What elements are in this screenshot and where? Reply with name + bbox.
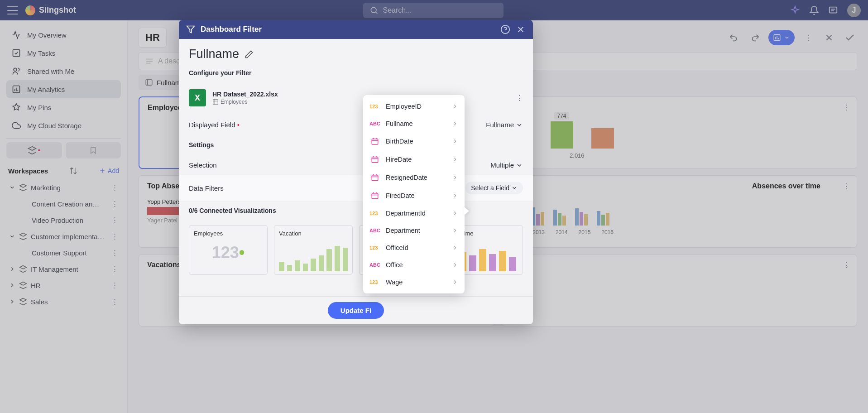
viz-cards: Employees 123• Vacation T over time — [189, 225, 523, 275]
update-filter-button[interactable]: Update Fi — [328, 302, 384, 319]
excel-icon: X — [189, 89, 206, 106]
help-icon[interactable] — [500, 24, 510, 34]
table-icon — [212, 99, 219, 105]
type-number-icon: 123 — [369, 279, 380, 285]
chevron-right-icon — [452, 227, 458, 234]
viz-card-employees[interactable]: Employees 123• — [189, 225, 268, 275]
selection-value[interactable]: Multiple — [490, 161, 523, 169]
settings-label: Settings — [189, 135, 523, 155]
field-option-hiredate[interactable]: HireDate — [363, 150, 465, 168]
svg-rect-50 — [372, 193, 378, 199]
chevron-right-icon — [452, 120, 458, 127]
chevron-down-icon — [516, 162, 523, 169]
svg-rect-38 — [372, 139, 378, 144]
modal-body: Fullname Configure your Filter X HR Data… — [179, 39, 533, 296]
datasource-more-icon[interactable]: ⋮ — [516, 94, 523, 102]
field-option-fireddate[interactable]: FiredDate — [363, 187, 465, 205]
chevron-right-icon — [452, 103, 458, 110]
field-option-employeeid[interactable]: 123 EmployeeID — [363, 98, 465, 115]
datasource-filename: HR Dataset_2022.xlsx — [212, 91, 278, 98]
chevron-right-icon — [452, 262, 458, 268]
calendar-icon — [369, 192, 380, 200]
field-option-department[interactable]: ABC Department — [363, 222, 465, 239]
configure-label: Configure your Filter — [189, 69, 523, 77]
connected-viz-label: 0/6 Connected Visualizations — [189, 201, 523, 221]
close-icon[interactable] — [516, 24, 526, 34]
filter-name-row: Fullname — [189, 47, 523, 61]
field-option-officeid[interactable]: 123 OfficeId — [363, 239, 465, 256]
svg-rect-35 — [213, 100, 218, 105]
svg-rect-42 — [372, 157, 378, 163]
field-option-office[interactable]: ABC Office — [363, 256, 465, 274]
svg-rect-46 — [372, 175, 378, 181]
chevron-right-icon — [452, 210, 458, 216]
type-number-icon: 123 — [369, 211, 380, 216]
displayed-field-row[interactable]: Displayed Field • Fullname — [189, 115, 523, 135]
modal-header: Dashboard Filter — [179, 20, 533, 39]
field-select-popover: 123 EmployeeID ABC Fullname BirthDate Hi… — [363, 95, 465, 293]
required-indicator: • — [237, 121, 240, 129]
field-option-fullname[interactable]: ABC Fullname — [363, 115, 465, 132]
selection-row[interactable]: Selection Multiple — [189, 155, 523, 175]
modal-title: Dashboard Filter — [201, 25, 262, 34]
type-text-icon: ABC — [369, 228, 380, 233]
chevron-right-icon — [452, 279, 458, 285]
dashboard-filter-modal: Dashboard Filter Fullname Configure your… — [179, 20, 533, 324]
chevron-right-icon — [452, 192, 458, 199]
field-option-departmentid[interactable]: 123 DepartmentId — [363, 205, 465, 222]
field-option-birthdate[interactable]: BirthDate — [363, 132, 465, 150]
chevron-right-icon — [452, 174, 458, 181]
select-field-pill[interactable]: Select a Field — [465, 182, 523, 194]
viz-card-vacation[interactable]: Vacation — [274, 225, 353, 275]
type-number-icon: 123 — [369, 104, 380, 109]
type-number-icon: 123 — [369, 245, 380, 250]
chevron-right-icon — [452, 138, 458, 144]
data-filters-row[interactable]: Data Filters Select a Field — [179, 175, 533, 201]
chevron-down-icon — [511, 185, 518, 191]
field-option-wage[interactable]: 123 Wage — [363, 274, 465, 291]
svg-marker-30 — [187, 26, 195, 33]
calendar-icon — [369, 137, 380, 145]
type-text-icon: ABC — [369, 121, 380, 126]
datasource-row[interactable]: X HR Dataset_2022.xlsx Employees ⋮ — [189, 85, 523, 115]
displayed-field-value[interactable]: Fullname — [486, 121, 523, 129]
filter-name: Fullname — [189, 47, 239, 61]
popover-pointer — [464, 206, 469, 216]
calendar-icon — [369, 173, 380, 182]
field-option-resigneddate[interactable]: ResignedDate — [363, 168, 465, 187]
chevron-right-icon — [452, 245, 458, 251]
chevron-down-icon — [516, 121, 523, 129]
filter-icon — [186, 25, 195, 34]
edit-icon[interactable] — [245, 50, 254, 59]
type-text-icon: ABC — [369, 262, 380, 268]
chevron-right-icon — [452, 156, 458, 163]
calendar-icon — [369, 155, 380, 163]
modal-footer: Update Fi — [179, 296, 533, 324]
